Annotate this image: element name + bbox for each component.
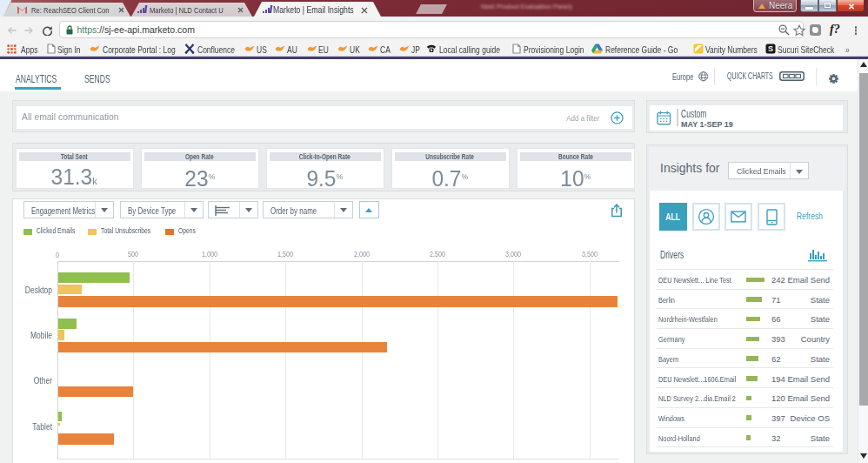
svg-text:S: S xyxy=(768,44,773,53)
